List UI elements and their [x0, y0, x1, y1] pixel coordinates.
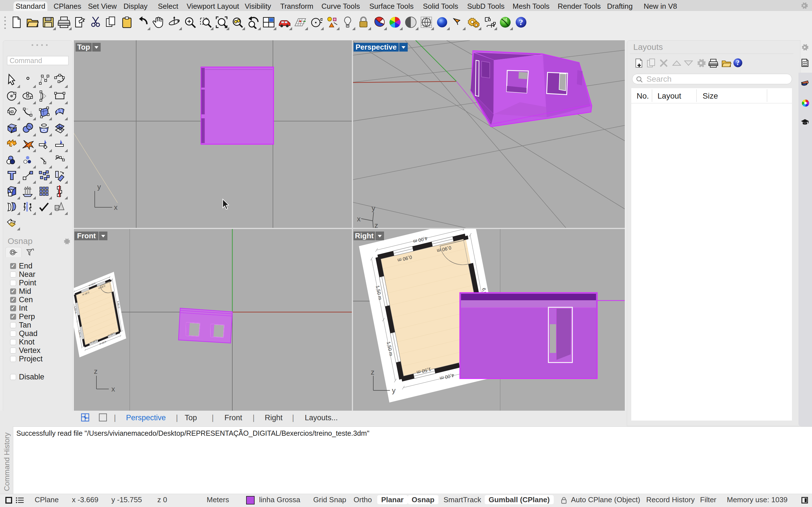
svg-text:x: x [114, 203, 117, 212]
svg-text:x: x [357, 215, 361, 223]
svg-text:x: x [111, 385, 115, 393]
svg-text:z: z [94, 367, 98, 376]
svg-text:y: y [392, 386, 396, 395]
svg-text:?: ? [736, 59, 740, 66]
svg-text:y: y [371, 204, 375, 212]
svg-text:y: y [97, 182, 101, 191]
svg-text:z: z [371, 368, 374, 376]
svg-text:?: ? [519, 17, 523, 27]
